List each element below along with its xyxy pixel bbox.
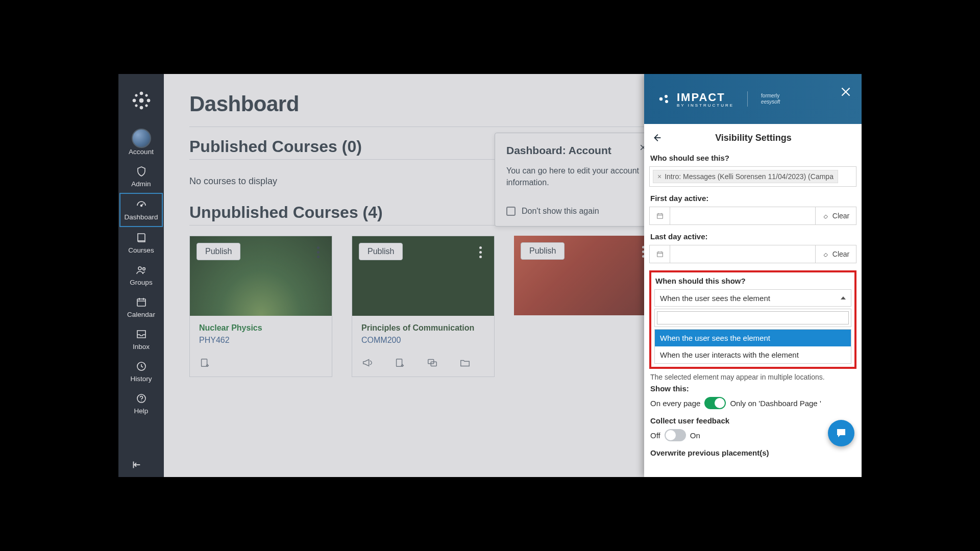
panel-header: IMPACT BY INSTRUCTURE formerly eesysoft [644,74,862,124]
checkbox-label: Don't show this again [522,207,599,216]
dont-show-checkbox[interactable]: Don't show this again [506,207,647,216]
svg-rect-24 [657,252,663,257]
collapse-nav[interactable] [118,456,164,474]
checkbox-icon [506,207,516,216]
who-tokenbox[interactable]: × Intro: Messages (Kelli Sorensen 11/04/… [649,166,856,187]
kebab-icon[interactable] [475,245,486,259]
panel-title: Visibility Settings [693,133,814,143]
nav-history[interactable]: History [119,356,163,388]
nav-calendar[interactable]: Calendar [119,291,163,323]
when-search-wrap [654,309,851,327]
last-day-input[interactable] [670,245,815,263]
nav-admin[interactable]: Admin [119,161,163,193]
panel-titlebar: Visibility Settings [644,124,862,152]
svg-point-5 [145,94,147,96]
nav-label: Calendar [127,311,155,318]
nav-help[interactable]: Help [119,388,163,420]
svg-point-7 [145,105,147,107]
chip-remove-icon[interactable]: × [657,172,662,181]
kebab-icon[interactable] [312,245,324,259]
course-card-footer [352,352,494,377]
inbox-icon [135,328,148,341]
book-icon [135,231,148,244]
course-card-image: Publish [514,236,657,315]
when-search-input[interactable] [657,311,849,324]
nav-account[interactable]: Account [119,124,163,161]
svg-point-11 [142,268,145,270]
course-card[interactable]: Publish [514,236,657,315]
clear-button[interactable]: Clear [815,245,856,263]
course-card[interactable]: Publish Nuclear Physics PHY462 [189,236,332,377]
show-this-toggle-row: On every page Only on 'Dashboard Page ' [650,397,855,409]
who-chip[interactable]: × Intro: Messages (Kelli Sorensen 11/04/… [653,170,838,183]
svg-rect-12 [137,299,145,306]
settings-panel: IMPACT BY INSTRUCTURE formerly eesysoft … [644,74,862,477]
svg-point-21 [665,95,668,98]
svg-point-6 [135,105,137,107]
course-card-image: Publish [352,236,494,316]
clock-icon [135,360,148,373]
chat-fab[interactable] [828,420,854,446]
left-nav: Account Admin Dashboard Courses Groups C… [118,74,164,477]
calendar-icon[interactable] [650,245,670,263]
svg-point-10 [138,267,141,270]
svg-point-4 [135,94,137,96]
close-icon[interactable] [839,85,853,99]
when-options-list: When the user sees the element When the … [654,329,851,364]
nav-label: Help [134,407,149,415]
svg-point-1 [140,106,143,109]
brand-formerly: formerly eesysoft [761,93,780,105]
nav-label: Account [129,148,154,156]
when-label: When should this show? [655,277,850,285]
when-selected: When the user sees the element [660,294,770,303]
discussions-icon[interactable] [427,357,438,368]
nav-groups[interactable]: Groups [119,259,163,291]
course-name: Principles of Communication [361,323,485,333]
publish-button[interactable]: Publish [197,243,240,260]
first-day-input[interactable] [670,207,815,224]
when-option[interactable]: When the user interacts with the element [655,346,851,363]
chat-icon [835,427,847,439]
nav-label: Inbox [133,343,150,350]
clear-button[interactable]: Clear [815,207,856,224]
back-arrow-icon[interactable] [651,132,663,143]
nav-dashboard[interactable]: Dashboard [119,193,163,227]
nav-inbox[interactable]: Inbox [119,323,163,356]
last-day-label: Last day active: [650,232,855,241]
calendar-icon[interactable] [650,207,670,224]
collect-feedback-row: Off On [650,429,855,441]
show-this-toggle[interactable] [704,397,726,409]
svg-point-3 [147,99,150,102]
course-card[interactable]: Publish Principles of Communication COMM… [352,236,495,377]
assignments-icon[interactable] [394,357,405,368]
publish-button[interactable]: Publish [521,242,565,260]
chip-label: Intro: Messages (Kelli Sorensen 11/04/20… [665,172,834,181]
files-icon[interactable] [459,357,471,368]
when-option[interactable]: When the user sees the element [655,330,851,346]
course-code: COMM200 [361,336,485,345]
collect-feedback-toggle[interactable] [665,429,686,441]
popover-body: You can go here to edit your account inf… [506,165,647,188]
when-select[interactable]: When the user sees the element [654,289,851,307]
course-card-image: Publish [190,236,332,316]
overwrite-label: Overwrite previous placement(s) [650,448,855,457]
shield-icon [135,165,148,178]
brand-sub: BY INSTRUCTURE [677,103,734,108]
caret-up-icon [841,296,846,299]
nav-courses[interactable]: Courses [119,227,163,259]
svg-point-8 [139,98,143,103]
svg-point-9 [140,205,142,207]
nav-label: Courses [128,246,154,254]
publish-button[interactable]: Publish [359,243,403,260]
tooltip-popover: Dashboard: Account You can go here to ed… [495,133,659,227]
brand-text: IMPACT [677,91,725,104]
nav-label: Admin [131,180,151,188]
when-dropdown-section: When should this show? When the user see… [649,270,856,369]
hint-text: The selected element may appear in multi… [650,373,855,381]
gauge-icon [135,198,148,211]
svg-point-0 [140,92,143,95]
nav-label: Groups [130,279,152,286]
off-label: Off [650,431,660,440]
announcements-icon[interactable] [361,357,373,368]
assignments-icon[interactable] [199,357,210,368]
